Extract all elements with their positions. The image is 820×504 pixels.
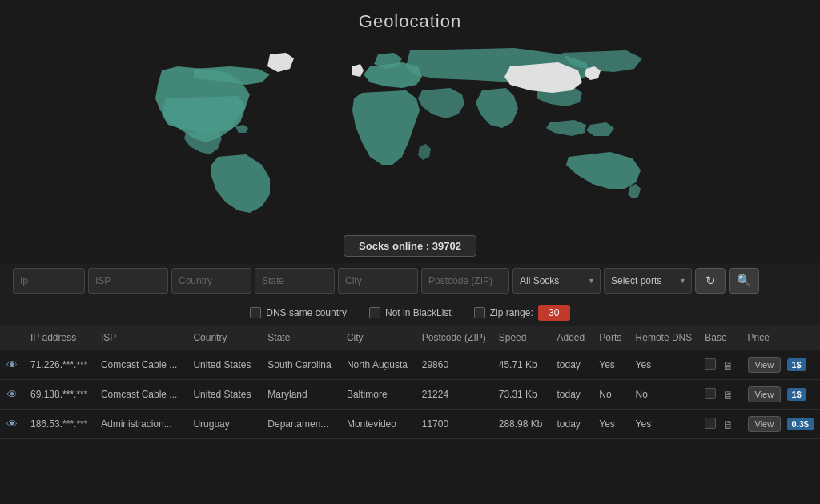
th-country: Country [187, 326, 261, 350]
view-button[interactable]: View [748, 416, 782, 432]
ports-select[interactable]: Select ports [604, 268, 692, 294]
row-ports: Yes [593, 350, 629, 380]
row-speed: 45.71 Kb [492, 350, 551, 380]
row-base: 🖥 [698, 380, 741, 410]
row-ip: 71.226.***.*** [24, 350, 94, 380]
row-isp: Comcast Cable ... [94, 380, 187, 410]
row-eye[interactable]: 👁 [0, 410, 24, 439]
ip-input[interactable] [13, 268, 85, 294]
row-city: North Augusta [340, 350, 416, 380]
results-table-container: IP address ISP Country State City Postco… [0, 326, 820, 439]
page-container: Geolocation [0, 0, 820, 439]
dns-same-country-label[interactable]: DNS same country [250, 307, 347, 318]
row-zip: 29860 [416, 350, 492, 380]
eye-icon[interactable]: 👁 [6, 418, 18, 430]
row-rdns: No [629, 380, 699, 410]
monitor-icon: 🖥 [722, 359, 734, 372]
zip-range-text: Zip range: [490, 307, 533, 318]
row-base: 🖥 [698, 410, 741, 439]
th-eye [0, 326, 24, 350]
table-body: 👁 71.226.***.*** Comcast Cable ... Unite… [0, 350, 820, 439]
filter-bar: All Socks Socks4 Socks5 Select ports ↻ 🔍 [0, 263, 820, 298]
world-map [114, 38, 706, 222]
row-base-checkbox[interactable] [705, 388, 716, 399]
options-bar: DNS same country Not in BlackList Zip ra… [0, 298, 820, 326]
row-city: Montevideo [340, 410, 416, 439]
ports-select-wrapper: Select ports [604, 268, 692, 294]
price-badge: 1$ [787, 358, 806, 371]
view-button[interactable]: View [748, 357, 782, 373]
row-isp: Comcast Cable ... [94, 350, 187, 380]
row-ports: No [593, 380, 629, 410]
socks-online-badge: Socks online : 39702 [344, 235, 476, 257]
price-badge: 0.3$ [787, 418, 814, 430]
table-row: 👁 69.138.***.*** Comcast Cable ... Unite… [0, 380, 820, 410]
zip-input[interactable] [421, 268, 509, 294]
row-base: 🖥 [698, 350, 741, 380]
row-eye[interactable]: 👁 [0, 380, 24, 410]
monitor-icon: 🖥 [722, 418, 734, 431]
zip-range-label[interactable]: Zip range: [474, 305, 570, 321]
not-in-blacklist-label[interactable]: Not in BlackList [369, 307, 452, 318]
row-state: Departamen... [261, 410, 340, 439]
th-state: State [261, 326, 340, 350]
th-speed: Speed [492, 326, 551, 350]
row-state: Maryland [261, 380, 340, 410]
th-city: City [340, 326, 416, 350]
eye-icon[interactable]: 👁 [6, 388, 18, 401]
row-zip: 21224 [416, 380, 492, 410]
row-eye[interactable]: 👁 [0, 350, 24, 380]
map-container [0, 38, 820, 230]
row-price: View 0.3$ [742, 410, 821, 439]
row-ports: Yes [593, 410, 629, 439]
row-price: View 1$ [742, 380, 821, 410]
row-city: Baltimore [340, 380, 416, 410]
socks-select-wrapper: All Socks Socks4 Socks5 [512, 268, 601, 294]
socks-online-bar: Socks online : 39702 [0, 235, 820, 257]
not-in-blacklist-checkbox[interactable] [369, 307, 380, 318]
dns-same-country-checkbox[interactable] [250, 307, 261, 318]
row-added: today [550, 410, 593, 439]
row-country: Uruguay [187, 410, 261, 439]
table-row: 👁 71.226.***.*** Comcast Cable ... Unite… [0, 350, 820, 380]
row-country: United States [187, 350, 261, 380]
country-input[interactable] [171, 268, 251, 294]
table-row: 👁 186.53.***.*** Administracion... Urugu… [0, 410, 820, 439]
dns-same-country-text: DNS same country [266, 307, 347, 318]
th-isp: ISP [94, 326, 187, 350]
th-zip: Postcode (ZIP) [416, 326, 492, 350]
row-state: South Carolina [261, 350, 340, 380]
th-ip: IP address [24, 326, 94, 350]
table-header-row: IP address ISP Country State City Postco… [0, 326, 820, 350]
row-rdns: Yes [629, 410, 699, 439]
row-isp: Administracion... [94, 410, 187, 439]
eye-icon[interactable]: 👁 [6, 358, 18, 371]
isp-input[interactable] [88, 268, 168, 294]
row-speed: 73.31 Kb [492, 380, 551, 410]
row-ip: 69.138.***.*** [24, 380, 94, 410]
row-added: today [550, 380, 593, 410]
row-base-checkbox[interactable] [705, 418, 716, 429]
monitor-icon: 🖥 [722, 389, 734, 402]
refresh-button[interactable]: ↻ [695, 268, 726, 294]
page-title: Geolocation [0, 0, 820, 38]
results-table: IP address ISP Country State City Postco… [0, 326, 820, 439]
row-price: View 1$ [742, 350, 821, 380]
row-rdns: Yes [629, 350, 699, 380]
zip-range-input[interactable] [538, 305, 570, 321]
row-speed: 288.98 Kb [492, 410, 551, 439]
socks-select[interactable]: All Socks Socks4 Socks5 [512, 268, 601, 294]
row-ip: 186.53.***.*** [24, 410, 94, 439]
zip-range-checkbox[interactable] [474, 307, 485, 318]
view-button[interactable]: View [748, 386, 782, 402]
city-input[interactable] [338, 268, 418, 294]
not-in-blacklist-text: Not in BlackList [385, 307, 452, 318]
th-price: Price [742, 326, 821, 350]
row-country: United States [187, 380, 261, 410]
row-base-checkbox[interactable] [705, 358, 716, 370]
th-added: Added [550, 326, 593, 350]
search-button[interactable]: 🔍 [729, 268, 759, 294]
th-rdns: Remote DNS [629, 326, 699, 350]
th-ports: Ports [593, 326, 629, 350]
state-input[interactable] [255, 268, 335, 294]
